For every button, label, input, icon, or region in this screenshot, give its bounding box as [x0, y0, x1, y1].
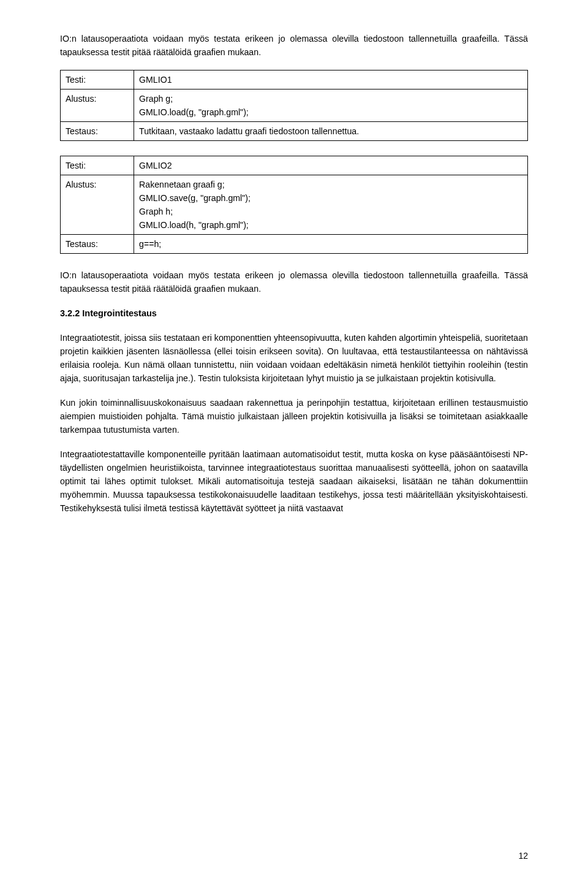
document-page: IO:n latausoperaatiota voidaan myös test… — [0, 0, 588, 879]
row-label: Testi: — [61, 70, 134, 89]
code-line: Rakennetaan graafi g; — [139, 178, 522, 191]
intro-paragraph-1: IO:n latausoperaatiota voidaan myös test… — [60, 32, 528, 59]
table-row: Testaus: Tutkitaan, vastaako ladattu gra… — [61, 122, 528, 141]
row-value: Graph g; GMLIO.load(g, "graph.gml"); — [134, 89, 528, 122]
row-label: Testi: — [61, 156, 134, 175]
table-row: Alustus: Rakennetaan graafi g; GMLIO.sav… — [61, 175, 528, 235]
row-value: GMLIO1 — [134, 70, 528, 89]
test-spec-table-gmlio1: Testi: GMLIO1 Alustus: Graph g; GMLIO.lo… — [60, 70, 528, 141]
row-value: g==h; — [134, 235, 528, 254]
row-label: Alustus: — [61, 89, 134, 122]
code-line: GMLIO.load(h, "graph.gml"); — [139, 218, 522, 232]
body-paragraph: Integraatiotestit, joissa siis testataan… — [60, 331, 528, 385]
code-line: Graph h; — [139, 205, 522, 218]
test-spec-table-gmlio2: Testi: GMLIO2 Alustus: Rakennetaan graaf… — [60, 156, 528, 254]
table-row: Testi: GMLIO1 — [61, 70, 528, 89]
table-row: Testaus: g==h; — [61, 235, 528, 254]
row-label: Testaus: — [61, 122, 134, 141]
code-line: GMLIO.load(g, "graph.gml"); — [139, 105, 522, 119]
page-number: 12 — [518, 850, 528, 863]
intro-paragraph-2: IO:n latausoperaatiota voidaan myös test… — [60, 268, 528, 295]
table-row: Alustus: Graph g; GMLIO.load(g, "graph.g… — [61, 89, 528, 122]
body-paragraph: Integraatiotestattaville komponenteille … — [60, 447, 528, 515]
code-line: Graph g; — [139, 92, 522, 105]
row-label: Testaus: — [61, 235, 134, 254]
row-value: Tutkitaan, vastaako ladattu graafi tiedo… — [134, 122, 528, 141]
table-row: Testi: GMLIO2 — [61, 156, 528, 175]
row-value: GMLIO2 — [134, 156, 528, 175]
body-paragraph: Kun jokin toiminnallisuuskokonaisuus saa… — [60, 396, 528, 436]
code-line: GMLIO.save(g, "graph.gml"); — [139, 191, 522, 205]
section-heading: 3.2.2 Integrointitestaus — [60, 306, 528, 320]
row-value: Rakennetaan graafi g; GMLIO.save(g, "gra… — [134, 175, 528, 235]
row-label: Alustus: — [61, 175, 134, 235]
